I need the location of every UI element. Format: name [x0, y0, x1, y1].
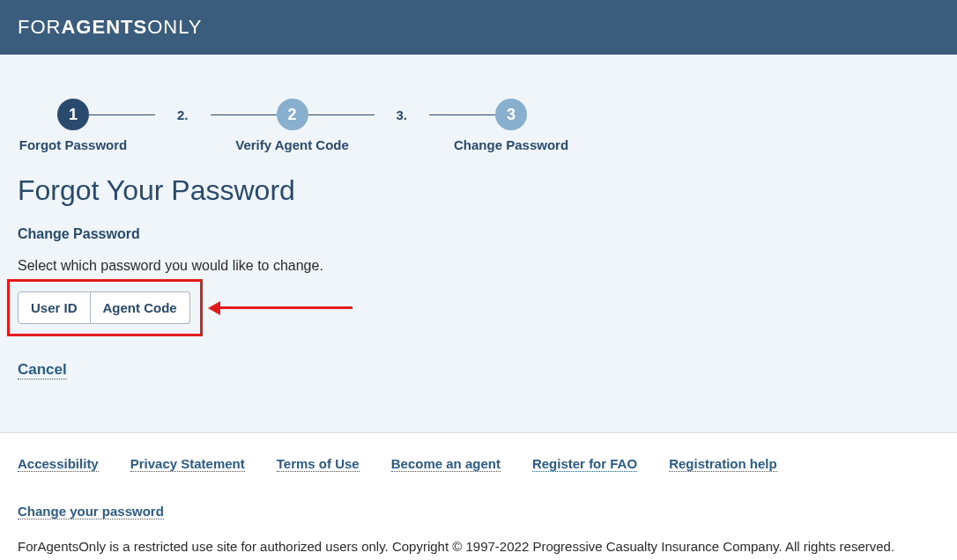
step-3-number-text: 3. [375, 107, 430, 122]
step-1-circle: 1 [57, 99, 89, 130]
step-line-2 [211, 114, 277, 115]
page-footer: Accessibility Privacy Statement Terms of… [0, 432, 957, 560]
footer-copyright: ForAgentsOnly is a restricted use site f… [18, 539, 939, 554]
step-line-3 [308, 114, 375, 115]
step-3: 3 Change Password [495, 99, 527, 130]
arrow-head-icon [208, 301, 220, 315]
footer-link-register[interactable]: Register for FAO [532, 456, 637, 472]
cancel-link[interactable]: Cancel [18, 361, 67, 379]
callout-arrow [208, 301, 352, 315]
step-3-circle: 3 [495, 99, 527, 130]
page-description: Select which password you would like to … [18, 258, 939, 274]
step-2: 2 Verify Agent Code [277, 99, 308, 130]
footer-link-terms[interactable]: Terms of Use [277, 456, 360, 472]
footer-links: Accessibility Privacy Statement Terms of… [18, 456, 939, 519]
page-title: Forgot Your Password [18, 174, 939, 207]
step-2-number-text: 2. [155, 107, 211, 122]
brand-logo: FORAGENTSONLY [18, 16, 939, 39]
footer-link-accessibility[interactable]: Accessibility [18, 456, 99, 472]
page-subtitle: Change Password [18, 226, 939, 242]
main-content: 1 Forgot Password 2. 2 Verify Agent Code… [0, 55, 957, 415]
step-1-label: Forgot Password [19, 137, 128, 152]
step-3-label: Change Password [454, 137, 568, 152]
step-line-1 [89, 114, 155, 115]
agent-code-button[interactable]: Agent Code [91, 291, 190, 324]
progress-stepper: 1 Forgot Password 2. 2 Verify Agent Code… [57, 99, 939, 130]
choice-button-group: User ID Agent Code [18, 291, 190, 324]
step-2-label: Verify Agent Code [235, 137, 349, 152]
arrow-line [220, 306, 352, 309]
app-header: FORAGENTSONLY [0, 0, 957, 55]
user-id-button[interactable]: User ID [18, 291, 91, 324]
step-1: 1 Forgot Password [57, 99, 89, 130]
footer-link-change-password[interactable]: Change your password [18, 504, 164, 519]
logo-part-3: ONLY [147, 16, 202, 38]
footer-link-privacy[interactable]: Privacy Statement [130, 456, 245, 472]
logo-part-1: FOR [18, 16, 61, 38]
logo-part-2: AGENTS [61, 16, 147, 38]
footer-link-become-agent[interactable]: Become an agent [391, 456, 501, 472]
step-2-circle: 2 [277, 99, 308, 130]
footer-link-registration-help[interactable]: Registration help [669, 456, 777, 472]
choice-button-group-wrap: User ID Agent Code [18, 291, 190, 324]
step-line-4 [429, 114, 495, 115]
